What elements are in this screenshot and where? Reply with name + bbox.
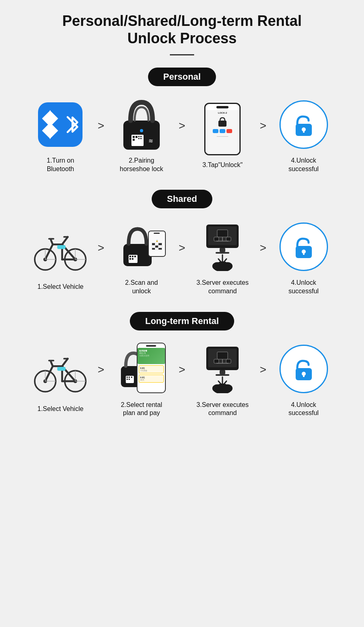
personal-step-3-label: 3.Tap"Unlock" <box>202 161 242 169</box>
svg-rect-78 <box>127 379 128 380</box>
arrow-s2: > <box>179 241 185 275</box>
arrow-p1: > <box>97 119 104 153</box>
longterm-step-4-label: 4.Unlocksuccessful <box>288 401 319 418</box>
svg-rect-2 <box>133 136 135 138</box>
personal-step-2: ≋ 2.Pairinghorseshoe lock <box>105 98 178 174</box>
svg-rect-84 <box>217 352 228 359</box>
svg-rect-56 <box>303 252 305 255</box>
shared-step-2-label: 2.Scan andunlock <box>125 279 158 296</box>
svg-rect-35 <box>129 256 131 257</box>
personal-step-2-label: 2.Pairinghorseshoe lock <box>120 157 163 174</box>
svg-rect-81 <box>131 377 132 378</box>
arrow-p3: > <box>260 119 266 153</box>
svg-line-26 <box>51 240 53 244</box>
svg-rect-37 <box>132 256 133 257</box>
svg-rect-5 <box>138 136 140 137</box>
title-line2: Unlock Process <box>127 30 237 47</box>
svg-rect-33 <box>123 244 152 266</box>
svg-point-95 <box>216 383 229 392</box>
svg-rect-14 <box>303 129 305 133</box>
shared-step-4: 4.Unlocksuccessful <box>267 220 340 296</box>
svg-line-66 <box>62 359 68 366</box>
svg-rect-70 <box>57 367 66 371</box>
lock-open-icon-container-3 <box>277 343 330 395</box>
svg-rect-43 <box>214 237 219 241</box>
longterm-step-4: 4.Unlocksuccessful <box>267 343 340 418</box>
svg-rect-98 <box>303 374 305 377</box>
svg-text:≋: ≋ <box>148 138 153 144</box>
personal-step-4: 4.Unlocksuccessful <box>267 98 340 174</box>
bluetooth-icon <box>38 102 83 147</box>
arrow-s1: > <box>97 241 104 275</box>
arrow-s3: > <box>260 241 266 275</box>
personal-section: Personal 1.Turn onBluetooth > <box>8 68 356 174</box>
title-divider <box>170 54 194 55</box>
shared-steps-row: 1.Select Vehicle > <box>8 220 356 296</box>
svg-rect-42 <box>217 230 228 237</box>
personal-badge: Personal <box>148 68 216 86</box>
shared-step-3-label: 3.Server executescommand <box>197 279 249 296</box>
svg-rect-85 <box>214 359 219 363</box>
svg-rect-11 <box>218 121 226 127</box>
svg-rect-77 <box>127 377 128 378</box>
svg-rect-3 <box>133 139 135 141</box>
scan-lock-icon: 🔒 <box>115 220 168 273</box>
personal-step-4-label: 4.Unlocksuccessful <box>288 157 319 174</box>
shared-section: Shared <box>8 190 356 296</box>
phone-screen: LOCK-2 ──────── <box>205 110 239 154</box>
shared-step-1: 1.Select Vehicle <box>24 225 97 291</box>
longterm-steps-row: 1.Select Vehicle > <box>8 343 356 418</box>
shared-step-2: 🔒 2.Scan andunlock <box>105 220 178 296</box>
server-cloud-icon-2 <box>196 343 249 395</box>
shared-step-1-label: 1.Select Vehicle <box>38 283 84 291</box>
arrow-l1: > <box>97 363 104 396</box>
server-cloud-icon-1 <box>196 220 249 273</box>
svg-line-24 <box>62 237 68 245</box>
svg-rect-4 <box>135 136 138 138</box>
lock-open-circle-2 <box>279 222 328 271</box>
svg-rect-7 <box>138 138 140 139</box>
lock-open-icon-container-2 <box>277 220 330 273</box>
personal-step-1-label: 1.Turn onBluetooth <box>47 157 74 174</box>
arrow-p2: > <box>179 119 185 153</box>
svg-rect-44 <box>226 237 231 241</box>
shared-badge: Shared <box>152 190 213 208</box>
arrow-l2: > <box>179 363 185 396</box>
arrow-l3: > <box>260 363 266 396</box>
phone-app-icon-container: LOCK-2 ──────── <box>196 103 249 155</box>
shared-step-4-label: 4.Unlocksuccessful <box>288 279 319 296</box>
longterm-badge: Long-term Rental <box>130 312 234 330</box>
svg-rect-28 <box>57 245 66 249</box>
longterm-step-2: 租用套餐 29元/月 无限次使用 9.9元 7天体验 9.9 <box>105 343 178 418</box>
phone-mockup-icon: LOCK-2 ──────── <box>204 103 241 155</box>
svg-rect-38 <box>132 258 133 260</box>
rental-phone-icon: 租用套餐 29元/月 无限次使用 9.9元 7天体验 9.9 <box>115 343 168 395</box>
svg-rect-8 <box>140 138 142 139</box>
page-title: Personal/Shared/Long-term Rental Unlock … <box>62 12 302 47</box>
svg-rect-90 <box>216 374 229 376</box>
longterm-section: Long-term Rental <box>8 312 356 418</box>
bluetooth-icon-container <box>34 98 87 151</box>
lock-open-circle-1 <box>279 100 328 149</box>
phone-notch <box>216 106 229 108</box>
svg-rect-47 <box>220 248 225 252</box>
lock-open-icon-container-1 <box>277 98 330 151</box>
svg-rect-6 <box>140 136 142 137</box>
svg-rect-89 <box>220 370 225 374</box>
longterm-step-3-label: 3.Server executescommand <box>197 401 249 418</box>
lock-open-circle-3 <box>279 345 328 393</box>
svg-rect-39 <box>134 256 136 257</box>
longterm-step-1: 1.Select Vehicle <box>24 347 97 413</box>
personal-step-3: LOCK-2 ──────── <box>186 103 259 169</box>
svg-rect-86 <box>226 359 231 363</box>
horseshoe-icon-container: ≋ <box>115 98 168 151</box>
svg-rect-79 <box>129 377 130 378</box>
svg-point-9 <box>140 129 143 132</box>
longterm-step-1-label: 1.Select Vehicle <box>38 405 84 413</box>
svg-rect-36 <box>129 258 131 260</box>
bike-icon-2 <box>34 347 87 399</box>
svg-line-68 <box>51 362 53 366</box>
svg-point-53 <box>216 261 229 269</box>
title-line1: Personal/Shared/Long-term Rental <box>62 13 302 29</box>
shared-step-3: 3.Server executescommand <box>186 220 259 296</box>
